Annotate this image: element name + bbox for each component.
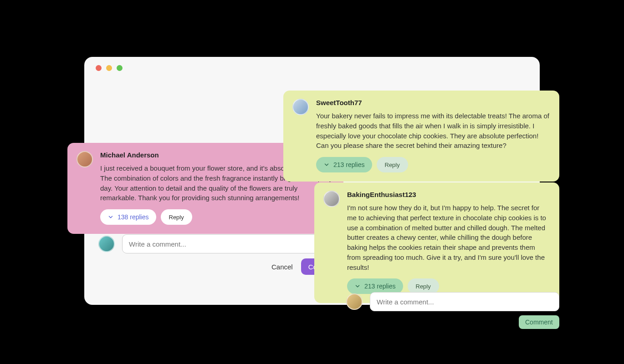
window-maximize-dot[interactable] <box>117 65 123 71</box>
comment-content: SweetTooth77 Your bakery never fails to … <box>316 99 550 172</box>
avatar <box>346 293 363 310</box>
window-close-dot[interactable] <box>96 65 102 71</box>
replies-button[interactable]: 213 replies <box>316 157 372 172</box>
comment-input[interactable] <box>370 292 559 311</box>
replies-button[interactable]: 138 replies <box>100 209 156 225</box>
comment-button[interactable]: Comment <box>519 315 559 329</box>
avatar <box>77 151 93 167</box>
cancel-button[interactable]: Cancel <box>271 263 293 271</box>
avatar <box>292 99 309 115</box>
replies-count: 213 replies <box>364 283 396 290</box>
comment-card: BakingEnthusiast123 I'm not sure how the… <box>314 182 559 303</box>
avatar <box>323 191 340 207</box>
comment-username: SweetTooth77 <box>316 99 550 106</box>
titlebar <box>84 57 540 79</box>
chevron-down-icon <box>354 283 361 289</box>
reply-button[interactable]: Reply <box>377 157 408 172</box>
comment-card: SweetTooth77 Your bakery never fails to … <box>283 91 559 182</box>
comment-actions: 138 replies Reply <box>100 209 334 225</box>
comment-content: BakingEnthusiast123 I'm not sure how the… <box>347 191 550 294</box>
chevron-down-icon <box>107 214 114 220</box>
comment-actions: 213 replies Reply <box>316 157 550 172</box>
comment-body: I'm not sure how they do it, but I'm hap… <box>347 203 550 272</box>
chevron-down-icon <box>323 162 330 168</box>
window-minimize-dot[interactable] <box>106 65 112 71</box>
replies-count: 213 replies <box>333 161 365 168</box>
avatar <box>98 236 115 252</box>
replies-count: 138 replies <box>118 213 149 221</box>
reply-button[interactable]: Reply <box>161 209 192 225</box>
compose-row-right <box>346 292 559 311</box>
comment-body: Your bakery never fails to impress me wi… <box>316 111 550 151</box>
comment-username: BakingEnthusiast123 <box>347 191 550 198</box>
